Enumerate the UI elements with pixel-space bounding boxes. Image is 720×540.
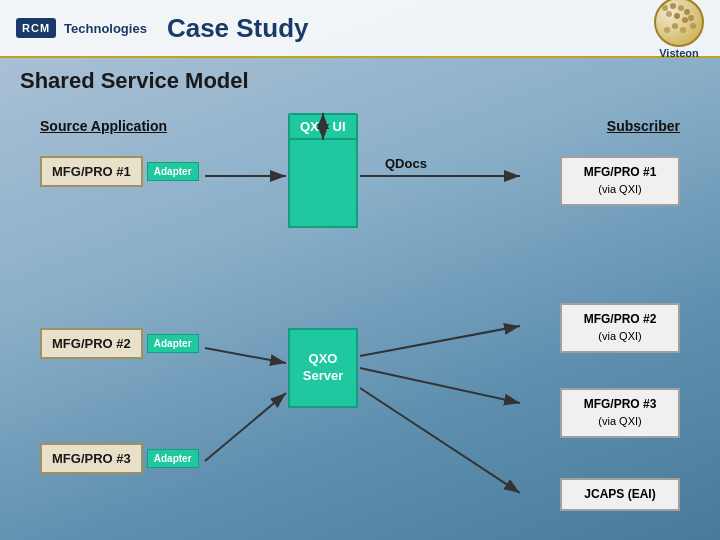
mfg2-row: MFG/PRO #2 Adapter (40, 328, 199, 359)
svg-line-19 (205, 348, 286, 363)
svg-point-7 (674, 13, 680, 19)
sub4-label: JCAPS (EAI) (584, 487, 655, 501)
sub3-label: MFG/PRO #3(via QXI) (584, 397, 657, 428)
visteon-circle (654, 0, 704, 47)
svg-point-11 (664, 27, 670, 33)
svg-point-10 (680, 27, 686, 33)
mfg1-row: MFG/PRO #1 Adapter (40, 156, 199, 187)
source-application-label: Source Application (40, 118, 167, 134)
svg-line-23 (205, 393, 286, 461)
subscriber-label: Subscriber (607, 118, 680, 134)
sub2-box: MFG/PRO #2(via QXI) (560, 303, 680, 353)
mfg1-label: MFG/PRO #1 (40, 156, 143, 187)
visteon-logo-area: Visteon (654, 0, 704, 59)
svg-line-21 (360, 368, 520, 403)
diagram: Source Application QXO UI Subscriber MFG… (20, 108, 700, 538)
qdocs-label: QDocs (385, 156, 427, 171)
svg-line-22 (360, 388, 520, 493)
qxo-ui-label: QXO UI (288, 113, 358, 140)
svg-point-2 (678, 5, 684, 11)
sub1-box: MFG/PRO #1(via QXI) (560, 156, 680, 206)
sub4-box: JCAPS (EAI) (560, 478, 680, 511)
svg-point-9 (672, 23, 678, 29)
mfg2-label: MFG/PRO #2 (40, 328, 143, 359)
svg-point-5 (690, 23, 696, 29)
rcm-logo: RCM (16, 18, 56, 38)
rcm-tagline: Technologies (64, 21, 147, 36)
svg-point-8 (682, 17, 688, 23)
main-content: Shared Service Model Source Application … (0, 58, 720, 540)
svg-line-20 (360, 326, 520, 356)
header: RCM Technologies Case Study Visteon (0, 0, 720, 58)
sub1-label: MFG/PRO #1(via QXI) (584, 165, 657, 196)
sub2-label: MFG/PRO #2(via QXI) (584, 312, 657, 343)
qxo-server-box: QXOServer (288, 328, 358, 408)
qxo-ui-box (288, 138, 358, 228)
mfg2-adapter: Adapter (147, 334, 199, 353)
mfg3-adapter: Adapter (147, 449, 199, 468)
sub3-box: MFG/PRO #3(via QXI) (560, 388, 680, 438)
svg-point-3 (684, 9, 690, 15)
svg-point-1 (670, 3, 676, 9)
svg-point-4 (688, 15, 694, 21)
qxo-server-label: QXOServer (303, 351, 343, 385)
svg-point-6 (666, 11, 672, 17)
page-title: Shared Service Model (20, 68, 700, 94)
mfg3-label: MFG/PRO #3 (40, 443, 143, 474)
rcm-logo-area: RCM Technologies (16, 18, 147, 38)
svg-point-0 (662, 5, 668, 11)
header-title: Case Study (167, 13, 654, 44)
mfg1-adapter: Adapter (147, 162, 199, 181)
rcm-logo-text: RCM (22, 22, 50, 34)
mfg3-row: MFG/PRO #3 Adapter (40, 443, 199, 474)
